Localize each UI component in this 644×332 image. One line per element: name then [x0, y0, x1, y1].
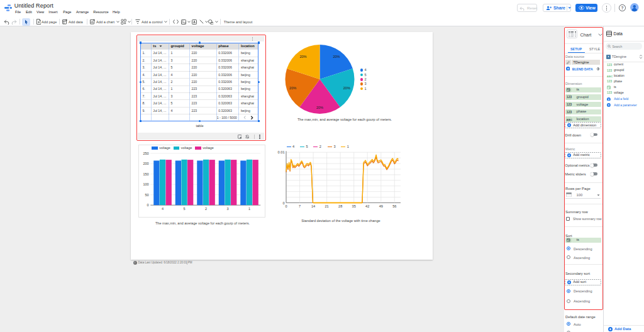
svg-text:20%: 20%: [333, 55, 340, 58]
svg-text:0: 0: [282, 201, 284, 205]
svg-text:20%: 20%: [299, 55, 306, 58]
svg-text:3: 3: [226, 207, 228, 211]
svg-text:28: 28: [338, 204, 342, 208]
svg-text:20%: 20%: [343, 86, 350, 90]
svg-text:21: 21: [325, 204, 329, 208]
svg-text:49: 49: [379, 204, 383, 208]
svg-text:100: 100: [143, 182, 148, 186]
svg-text:4: 4: [162, 207, 164, 211]
svg-text:1: 1: [248, 207, 250, 211]
svg-text:56: 56: [392, 204, 396, 208]
svg-text:5: 5: [183, 207, 185, 211]
svg-text:20%: 20%: [316, 106, 323, 109]
svg-text:200: 200: [143, 162, 148, 165]
svg-text:0: 0: [285, 204, 287, 208]
svg-text:250: 250: [143, 152, 148, 155]
svg-text:50: 50: [145, 193, 148, 197]
svg-text:2: 2: [205, 207, 207, 211]
svg-text:0.01: 0.01: [278, 150, 285, 154]
svg-text:0: 0: [147, 203, 149, 207]
svg-text:35: 35: [352, 204, 356, 208]
svg-text:150: 150: [143, 172, 148, 176]
svg-text:20%: 20%: [289, 86, 296, 90]
svg-text:14: 14: [311, 204, 315, 208]
svg-text:7: 7: [299, 204, 301, 208]
svg-text:42: 42: [365, 204, 369, 208]
